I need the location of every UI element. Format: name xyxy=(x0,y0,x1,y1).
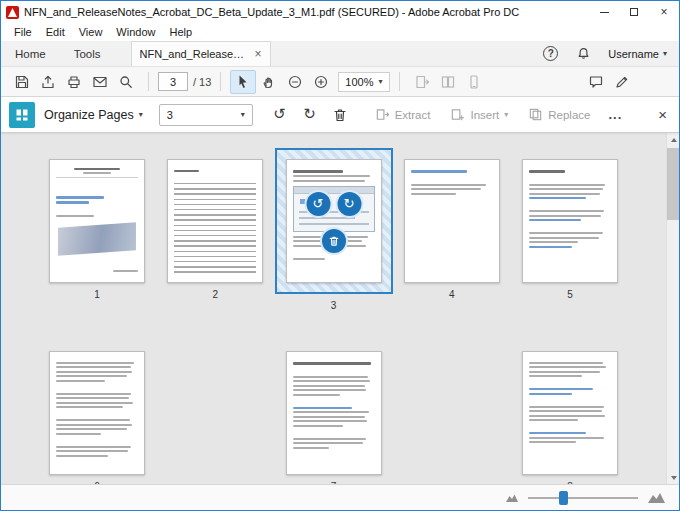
notifications-button[interactable] xyxy=(570,42,596,66)
menu-item-help[interactable]: Help xyxy=(162,26,199,38)
page-number-label: 5 xyxy=(567,289,573,300)
mobile-icon xyxy=(466,74,482,90)
page-thumbnail[interactable] xyxy=(49,351,145,475)
scrollbar-down-button[interactable] xyxy=(667,471,679,484)
hand-tool-button[interactable] xyxy=(256,70,282,94)
toolbar-separator xyxy=(399,72,400,91)
share-button[interactable] xyxy=(35,70,61,94)
adobe-acrobat-icon xyxy=(6,6,19,19)
toolbar-separator xyxy=(220,72,221,91)
email-button[interactable] xyxy=(87,70,113,94)
fill-sign-button[interactable] xyxy=(609,70,635,94)
menu-item-edit[interactable]: Edit xyxy=(39,26,72,38)
thumbnail-panel: 12↺↻345678 xyxy=(1,133,679,484)
delete-pages-button[interactable] xyxy=(327,102,353,128)
menu-item-window[interactable]: Window xyxy=(109,26,162,38)
scrollbar-thumb[interactable] xyxy=(667,148,679,220)
page-thumbnail[interactable] xyxy=(404,159,500,283)
document-tab-label: NFN_and_ReleaseN... xyxy=(140,48,248,60)
trash-icon xyxy=(332,107,348,123)
close-tool-button[interactable]: × xyxy=(658,106,667,123)
page-range-value: 3 xyxy=(167,109,173,121)
page-number-label: 6 xyxy=(94,481,100,484)
menu-item-file[interactable]: File xyxy=(7,26,39,38)
page-cell: 6 xyxy=(39,351,155,484)
page-thumbnail[interactable] xyxy=(522,159,618,283)
more-options-button[interactable]: ... xyxy=(608,107,622,122)
export-page-button[interactable] xyxy=(409,70,435,94)
organize-pages-toolbar: Organize Pages ▾ 3 ▾ ↺ ↻ Extract Insert … xyxy=(1,97,679,133)
triangle-up-icon xyxy=(671,138,677,142)
rotate-right-overlay-button[interactable]: ↻ xyxy=(337,192,361,216)
rotate-left-overlay-button[interactable]: ↺ xyxy=(306,192,330,216)
floppy-icon xyxy=(14,74,30,90)
chevron-down-icon: ▾ xyxy=(663,49,667,58)
plus-circle-icon xyxy=(313,74,329,90)
print-button[interactable] xyxy=(61,70,87,94)
question-icon: ? xyxy=(543,46,558,61)
help-button[interactable]: ? xyxy=(543,42,558,66)
search-button[interactable] xyxy=(113,70,139,94)
page-export-icon xyxy=(414,74,430,90)
username-label: Username xyxy=(608,48,659,60)
page-number-label: 2 xyxy=(212,289,218,300)
page-thumbnail[interactable] xyxy=(167,159,263,283)
thumbnail-smaller-button[interactable] xyxy=(506,493,518,503)
comment-button[interactable] xyxy=(583,70,609,94)
username-menu[interactable]: Username ▾ xyxy=(608,48,667,60)
two-page-view-button[interactable] xyxy=(435,70,461,94)
replace-label: Replace xyxy=(548,109,590,121)
page-cell: 2 xyxy=(157,159,273,300)
printer-icon xyxy=(66,74,82,90)
page-thumbnail[interactable] xyxy=(522,351,618,475)
selected-page-container[interactable]: ↺↻ xyxy=(275,148,393,294)
minimize-button[interactable] xyxy=(589,1,619,23)
window-title: NFN_and_ReleaseNotes_Acrobat_DC_Beta_Upd… xyxy=(24,6,589,18)
rotate-right-button[interactable]: ↻ xyxy=(297,102,323,128)
chevron-down-icon: ▾ xyxy=(379,77,383,86)
page-cell: 4 xyxy=(394,159,510,300)
menu-item-view[interactable]: View xyxy=(72,26,110,38)
extract-button[interactable]: Extract xyxy=(375,107,431,122)
chevron-down-icon: ▾ xyxy=(139,110,143,119)
main-toolbar: 3 / 13 100% ▾ xyxy=(1,67,679,97)
toolbar-separator xyxy=(148,72,149,91)
page-total-label: / 13 xyxy=(193,76,211,88)
organize-pages-menu[interactable]: Organize Pages ▾ xyxy=(44,108,143,122)
page-thumbnail[interactable] xyxy=(49,159,145,283)
vertical-scrollbar[interactable] xyxy=(666,133,679,484)
tab-close-icon[interactable]: × xyxy=(255,48,262,60)
cursor-icon xyxy=(235,74,251,90)
zoom-level-dropdown[interactable]: 100% ▾ xyxy=(338,72,389,92)
delete-page-overlay-button[interactable] xyxy=(322,229,346,253)
insert-button[interactable]: Insert ▾ xyxy=(450,107,508,122)
thumbnail-larger-button[interactable] xyxy=(648,491,665,504)
zoom-out-button[interactable] xyxy=(282,70,308,94)
rotate-ccw-icon: ↺ xyxy=(273,107,286,122)
page-cell: ↺↻3 xyxy=(276,159,392,311)
rotate-left-button[interactable]: ↺ xyxy=(267,102,293,128)
thumbnail-size-slider[interactable] xyxy=(528,490,638,506)
pen-icon xyxy=(614,74,630,90)
document-tab[interactable]: NFN_and_ReleaseN... × xyxy=(131,41,271,66)
select-tool-button[interactable] xyxy=(230,70,256,94)
page-number-input[interactable]: 3 xyxy=(158,72,188,91)
replace-button[interactable]: Replace xyxy=(528,107,590,122)
organize-pages-icon xyxy=(9,102,35,128)
scrollbar-up-button[interactable] xyxy=(667,133,679,146)
maximize-button[interactable] xyxy=(619,1,649,23)
envelope-icon xyxy=(92,74,108,90)
slider-track[interactable] xyxy=(528,497,638,499)
tab-tools[interactable]: Tools xyxy=(60,41,115,66)
slider-thumb[interactable] xyxy=(559,491,568,505)
page-range-select[interactable]: 3 ▾ xyxy=(159,104,253,126)
close-button[interactable]: × xyxy=(649,1,679,23)
page-thumbnail[interactable] xyxy=(286,351,382,475)
large-thumbnails-icon xyxy=(648,491,665,504)
send-to-mobile-button[interactable] xyxy=(461,70,487,94)
tab-home[interactable]: Home xyxy=(1,41,60,66)
organize-pages-title: Organize Pages xyxy=(44,108,134,122)
save-button[interactable] xyxy=(9,70,35,94)
zoom-in-button[interactable] xyxy=(308,70,334,94)
page-thumbnail[interactable] xyxy=(286,159,382,283)
